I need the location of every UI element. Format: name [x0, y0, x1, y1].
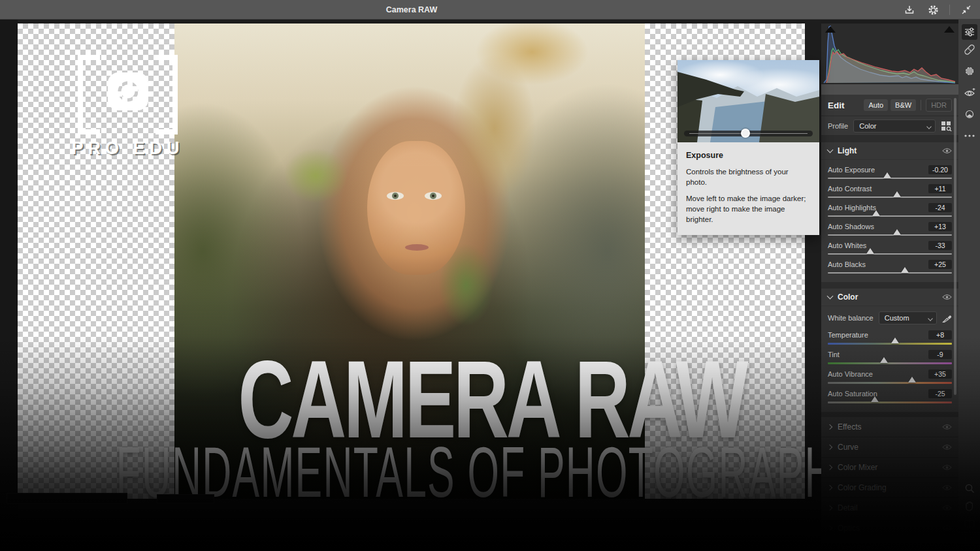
eye-visibility-icon[interactable] [942, 441, 952, 453]
portrait-mouth [405, 244, 429, 251]
eye-visibility-icon[interactable] [942, 421, 952, 433]
pro-edu-logo: PRO EDU [74, 55, 182, 159]
button-divider [921, 100, 921, 110]
presets-icon[interactable] [962, 106, 977, 122]
before-after-icon[interactable] [962, 516, 977, 531]
healing-brush-icon[interactable] [962, 42, 977, 57]
exposure-tooltip: Exposure Controls the brightness of your… [678, 60, 819, 235]
tooltip-title: Exposure [686, 151, 811, 160]
chevron-down-icon [827, 147, 834, 153]
slider-row-tint: Tint-9 [821, 350, 958, 364]
eyedropper-icon[interactable] [942, 313, 952, 323]
eye-visibility-icon[interactable] [942, 522, 952, 534]
slider-thumb[interactable] [871, 396, 879, 402]
eye-visibility-icon[interactable] [942, 462, 952, 473]
eye-visibility-icon[interactable] [942, 482, 952, 494]
profile-dropdown[interactable]: Color [853, 119, 936, 133]
window-title: Camera RAW [386, 5, 438, 14]
slider-track[interactable] [828, 178, 952, 179]
slider-track[interactable] [828, 234, 952, 236]
slider-thumb[interactable] [908, 377, 916, 383]
slider-track[interactable] [828, 362, 952, 364]
slider-value[interactable]: -25 [928, 389, 952, 398]
slider-track[interactable] [828, 382, 952, 384]
slider-thumb[interactable] [866, 248, 874, 254]
color-section-header[interactable]: Color [821, 289, 958, 306]
profile-row: Profile Color [821, 116, 958, 136]
chevron-right-icon [827, 445, 832, 450]
slider-thumb[interactable] [880, 357, 888, 363]
white-balance-dropdown[interactable]: Custom [879, 311, 937, 324]
profile-label: Profile [828, 122, 848, 130]
collapse-arrows-icon[interactable] [959, 3, 973, 17]
slider-row-auto-contrast: Auto Contrast+11 [821, 184, 958, 198]
eye-visibility-icon[interactable] [942, 502, 952, 514]
slider-value[interactable]: -0.20 [928, 165, 952, 174]
highlight-clipping-indicator[interactable] [944, 26, 955, 33]
red-eye-icon[interactable] [962, 85, 977, 101]
slider-value[interactable]: +35 [928, 370, 952, 379]
slider-row-auto-shadows: Auto Shadows+13 [821, 222, 958, 236]
slider-track[interactable] [828, 272, 952, 274]
bw-button[interactable]: B&W [890, 99, 916, 111]
slider-track[interactable] [828, 343, 952, 345]
masking-icon[interactable] [962, 63, 977, 79]
slider-value[interactable]: +25 [928, 260, 952, 269]
tooltip-slider-knob[interactable] [741, 129, 750, 138]
slider-label: Auto Saturation [828, 390, 877, 398]
shadow-clipping-indicator[interactable] [825, 26, 836, 33]
slider-value[interactable]: -24 [928, 203, 952, 212]
section-curve[interactable]: Curve [821, 437, 958, 457]
chevron-right-icon [827, 424, 832, 430]
section-color-grading[interactable]: Color Grading [821, 478, 958, 497]
slider-thumb[interactable] [901, 267, 909, 273]
section-optics[interactable]: Optics [821, 518, 958, 538]
more-dots-icon[interactable] [962, 128, 977, 144]
workspace-left-margin [0, 20, 18, 551]
slider-track[interactable] [828, 197, 952, 198]
edit-sliders-icon[interactable] [962, 24, 977, 40]
white-balance-value: Custom [885, 314, 909, 322]
slider-thumb[interactable] [891, 338, 899, 343]
chevron-down-icon [827, 293, 834, 300]
auto-button[interactable]: Auto [864, 99, 888, 111]
settings-gear-icon[interactable] [926, 3, 940, 17]
hdr-button[interactable]: HDR [926, 99, 952, 112]
slider-value[interactable]: -33 [928, 241, 952, 250]
slider-track[interactable] [828, 401, 952, 403]
slider-thumb[interactable] [872, 210, 880, 216]
slider-value[interactable]: +11 [928, 184, 952, 193]
tooltip-exposure-slider[interactable] [684, 131, 813, 136]
slider-track[interactable] [828, 215, 952, 217]
grid-overlay-icon[interactable] [962, 533, 977, 549]
slider-value[interactable]: -9 [928, 350, 952, 359]
section-effects[interactable]: Effects [821, 417, 958, 437]
section-lens-blur[interactable]: Lens BlurEarly Access [821, 539, 958, 551]
zoom-icon[interactable] [962, 480, 977, 496]
zoom-level-control[interactable] [157, 494, 214, 503]
slider-value[interactable]: +13 [928, 222, 952, 231]
light-sliders: Auto Exposure-0.20Auto Contrast+11Auto H… [821, 165, 958, 274]
status-filename-control[interactable] [7, 493, 127, 504]
eye-visibility-icon[interactable] [942, 291, 952, 303]
light-section-header[interactable]: Light [821, 142, 958, 160]
panel-scrollbar[interactable] [954, 98, 956, 395]
download-icon[interactable] [902, 3, 917, 17]
slider-track[interactable] [828, 253, 952, 255]
section-detail[interactable]: Detail [821, 498, 958, 518]
slider-value[interactable]: +8 [928, 330, 952, 339]
eye-visibility-icon[interactable] [942, 543, 952, 551]
poster-subtitle: FUNDAMENTALS OF PHOTOGRAPHY [116, 432, 862, 513]
slider-thumb[interactable] [883, 172, 891, 178]
slider-thumb[interactable] [893, 191, 901, 197]
slider-label: Auto Vibrance [828, 370, 873, 378]
color-section: Color White balance Custom Temperature+8… [821, 289, 958, 412]
color-section-title: Color [838, 292, 858, 302]
slider-thumb[interactable] [893, 229, 901, 235]
histogram[interactable] [821, 24, 958, 84]
section-color-mixer[interactable]: Color Mixer [821, 458, 958, 477]
hand-icon[interactable] [962, 498, 977, 514]
eye-visibility-icon[interactable] [942, 145, 952, 157]
logo-bracket-right [155, 55, 178, 134]
profile-browser-icon[interactable] [941, 121, 952, 131]
